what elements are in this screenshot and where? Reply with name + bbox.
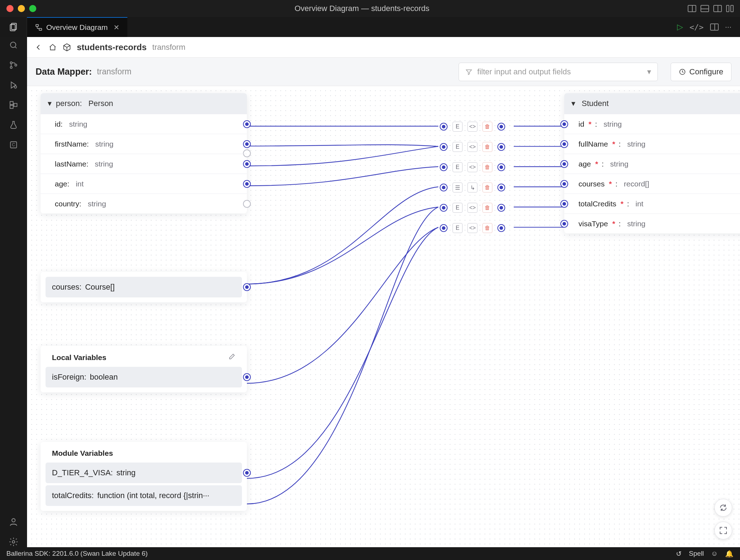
output-field-row[interactable]: age*:string⋯ bbox=[564, 154, 740, 174]
row-menu-icon[interactable]: ⋯ bbox=[737, 180, 740, 187]
close-window-button[interactable] bbox=[6, 5, 14, 12]
settings-gear-icon[interactable] bbox=[8, 537, 19, 547]
output-student-header[interactable]: ▾ Student bbox=[564, 93, 740, 114]
row-menu-icon[interactable]: ⋯ bbox=[737, 160, 740, 168]
trash-icon[interactable]: 🗑 bbox=[482, 142, 492, 152]
port[interactable] bbox=[243, 200, 251, 208]
tab-overview-diagram[interactable]: Overview Diagram ✕ bbox=[27, 17, 127, 37]
split-editor-icon[interactable] bbox=[710, 23, 719, 31]
port-in[interactable] bbox=[440, 224, 448, 232]
port-in[interactable] bbox=[440, 163, 448, 171]
code-icon[interactable]: <> bbox=[467, 142, 477, 152]
breadcrumb-project[interactable]: students-records bbox=[77, 42, 147, 52]
port[interactable] bbox=[243, 373, 251, 381]
extensions-icon[interactable] bbox=[8, 100, 19, 110]
show-source-icon[interactable]: </> bbox=[689, 23, 704, 32]
port-out[interactable] bbox=[497, 123, 505, 131]
transform-node[interactable]: E<>🗑 bbox=[440, 142, 505, 152]
filter-input[interactable]: filter input and output fields ▾ bbox=[459, 63, 658, 81]
trash-icon[interactable]: 🗑 bbox=[482, 122, 492, 132]
port-in[interactable] bbox=[440, 143, 448, 151]
configure-button[interactable]: Configure bbox=[671, 63, 731, 81]
code-icon[interactable]: <> bbox=[467, 122, 477, 132]
input-field-row[interactable]: id:string bbox=[41, 114, 247, 134]
port[interactable] bbox=[560, 180, 568, 188]
trash-icon[interactable]: 🗑 bbox=[482, 162, 492, 172]
trash-icon[interactable]: 🗑 bbox=[482, 203, 492, 213]
port-out[interactable] bbox=[497, 204, 505, 212]
expression-icon[interactable]: E bbox=[453, 203, 462, 213]
port-out[interactable] bbox=[497, 163, 505, 171]
input-field-row[interactable]: lastName:string bbox=[41, 154, 247, 174]
input-field-row[interactable]: age:int bbox=[41, 174, 247, 194]
port[interactable] bbox=[560, 120, 568, 128]
port[interactable] bbox=[243, 283, 251, 291]
transform-node[interactable]: ☰↳🗑 bbox=[440, 183, 505, 192]
output-field-row[interactable]: fullName*:string⋯ bbox=[564, 134, 740, 154]
status-history-icon[interactable]: ↺ bbox=[676, 550, 682, 558]
code-icon[interactable]: <> bbox=[467, 223, 477, 233]
port-out[interactable] bbox=[497, 184, 505, 191]
port[interactable] bbox=[243, 469, 251, 477]
choreo-icon[interactable]: C bbox=[8, 139, 19, 150]
module-var-row[interactable]: D_TIER_4_VISA: string bbox=[46, 463, 242, 483]
module-var-row[interactable]: totalCredits: function (int total, recor… bbox=[46, 485, 242, 506]
status-feedback-icon[interactable]: ☺ bbox=[711, 550, 718, 558]
zoom-window-button[interactable] bbox=[29, 5, 36, 12]
expression-icon[interactable]: E bbox=[453, 162, 462, 172]
local-var-row[interactable]: isForeign: boolean bbox=[46, 367, 242, 387]
account-icon[interactable] bbox=[8, 517, 19, 527]
split-right-icon[interactable] bbox=[713, 5, 722, 12]
run-debug-icon[interactable] bbox=[8, 80, 19, 90]
back-icon[interactable] bbox=[34, 43, 43, 52]
port[interactable] bbox=[243, 180, 251, 188]
transform-node[interactable]: E<>🗑 bbox=[440, 162, 505, 172]
expression-icon[interactable]: E bbox=[453, 142, 462, 152]
split-left-icon[interactable] bbox=[688, 5, 696, 12]
files-icon[interactable] bbox=[9, 22, 18, 32]
input-field-row[interactable]: firstName:string bbox=[41, 134, 247, 154]
home-icon[interactable] bbox=[48, 43, 57, 52]
input-person-header[interactable]: ▾ person: Person bbox=[41, 93, 247, 114]
input-field-row[interactable]: country:string bbox=[41, 194, 247, 213]
port[interactable] bbox=[243, 120, 251, 128]
port-out[interactable] bbox=[497, 143, 505, 151]
output-field-row[interactable]: visaType*:string⋯ bbox=[564, 213, 740, 233]
status-spell[interactable]: Spell bbox=[689, 550, 704, 558]
port[interactable] bbox=[560, 200, 568, 208]
breadcrumb-function[interactable]: transform bbox=[152, 43, 185, 52]
refresh-button[interactable] bbox=[714, 499, 732, 517]
port-out[interactable] bbox=[497, 224, 505, 232]
row-menu-icon[interactable]: ⋯ bbox=[737, 120, 740, 128]
list-icon[interactable]: ☰ bbox=[453, 183, 462, 192]
minimize-window-button[interactable] bbox=[18, 5, 25, 12]
status-sdk[interactable]: Ballerina SDK: 2201.6.0 (Swan Lake Updat… bbox=[6, 550, 148, 558]
transform-node[interactable]: E<>🗑 bbox=[440, 122, 505, 132]
search-icon[interactable] bbox=[8, 40, 19, 51]
port[interactable] bbox=[243, 160, 251, 168]
transform-node[interactable]: E<>🗑 bbox=[440, 223, 505, 233]
mapping-canvas[interactable]: ▾ person: Person id:string firstName:str… bbox=[27, 86, 740, 547]
output-field-row[interactable]: courses*:record[]⋯ bbox=[564, 174, 740, 194]
output-field-row[interactable]: totalCredits*:int⋯ bbox=[564, 194, 740, 213]
expression-icon[interactable]: E bbox=[453, 122, 462, 132]
code-icon[interactable]: <> bbox=[467, 203, 477, 213]
port[interactable] bbox=[560, 160, 568, 168]
port[interactable] bbox=[243, 140, 251, 148]
transform-node[interactable]: E<>🗑 bbox=[440, 203, 505, 213]
row-menu-icon[interactable]: ⋯ bbox=[737, 220, 740, 227]
port-in[interactable] bbox=[440, 123, 448, 131]
port[interactable] bbox=[560, 140, 568, 148]
trash-icon[interactable]: 🗑 bbox=[482, 223, 492, 233]
goto-icon[interactable]: ↳ bbox=[467, 183, 477, 192]
port-in[interactable] bbox=[440, 204, 448, 212]
expression-icon[interactable]: E bbox=[453, 223, 462, 233]
output-field-row[interactable]: id*:string⋯ bbox=[564, 114, 740, 134]
status-bell-icon[interactable]: 🔔 bbox=[725, 550, 734, 558]
trash-icon[interactable]: 🗑 bbox=[482, 183, 492, 192]
row-menu-icon[interactable]: ⋯ bbox=[737, 140, 740, 148]
tab-close-icon[interactable]: ✕ bbox=[113, 23, 120, 32]
port[interactable] bbox=[560, 220, 568, 228]
input-courses-header[interactable]: courses: Course[] bbox=[46, 277, 242, 297]
customize-layout-icon[interactable] bbox=[726, 5, 734, 12]
